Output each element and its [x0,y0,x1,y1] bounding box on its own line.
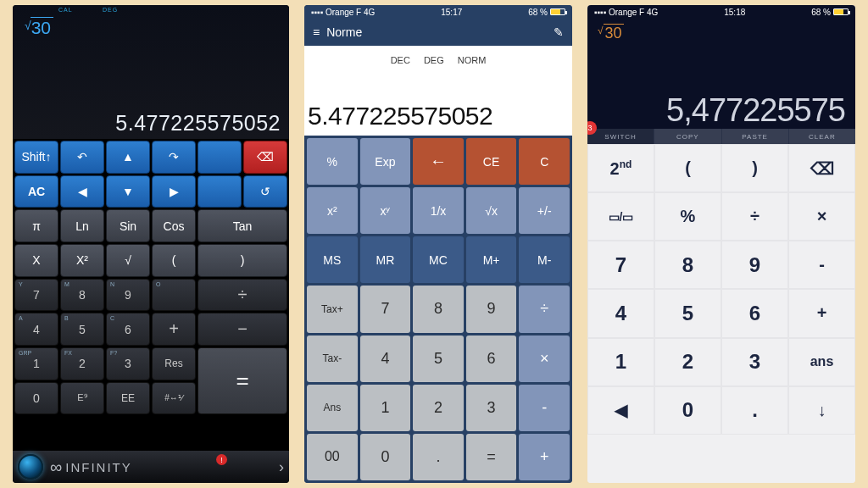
mplus-button[interactable]: M+ [466,236,517,283]
app-orb-icon[interactable] [18,454,43,480]
1-button[interactable]: GRP1 [14,347,58,380]
switch-button[interactable]: SWITCH [587,129,654,144]
1-button[interactable]: 1 [360,385,411,431]
ce-button[interactable]: CE [466,138,517,185]
redo-button[interactable]: ↷ [152,141,196,174]
ac-button[interactable]: AC [14,175,58,208]
sin-button[interactable]: Sin [106,209,150,242]
undo-button[interactable]: ↶ [60,141,104,174]
8-button[interactable]: 8 [654,241,721,289]
rparen-button[interactable]: ) [721,144,788,192]
sqrt-button[interactable]: √ [106,244,150,277]
blank-button[interactable] [198,141,242,174]
4-button[interactable]: 4 [587,289,654,337]
2nd-button[interactable]: 2nd [587,144,654,192]
pi-button[interactable]: π [14,209,58,242]
xsq-button[interactable]: x² [307,187,358,234]
mode-deg[interactable]: DEG [424,55,444,65]
equals-button[interactable]: = [198,347,287,414]
edit-icon[interactable]: ✎ [554,25,564,39]
c-button[interactable]: C [519,138,570,185]
cos-button[interactable]: Cos [152,209,196,242]
equals-button[interactable]: = [466,434,517,480]
0-button[interactable]: 0 [14,382,58,415]
next-button[interactable]: › [279,458,284,476]
plus-button[interactable]: + [788,289,855,337]
e9-button[interactable]: E⁹ [60,382,104,415]
sign-button[interactable]: +/- [519,187,570,234]
minus-button[interactable]: − [198,313,287,346]
1-button[interactable]: 1 [587,338,654,386]
9-button[interactable]: 9 [721,241,788,289]
mminus-button[interactable]: M- [519,236,570,283]
mc-button[interactable]: MC [413,236,464,283]
toggle-button[interactable]: #↔⅟ [152,382,196,415]
rparen-button[interactable]: ) [198,244,287,277]
mr-button[interactable]: MR [360,236,411,283]
5-button[interactable]: B5 [60,313,104,346]
paste-button[interactable]: PASTE [722,129,788,144]
2-button[interactable]: 2 [654,338,721,386]
lparen-button[interactable]: ( [654,144,721,192]
fraction-button[interactable]: ▭/▭ [587,192,654,241]
8-button[interactable]: M8 [60,279,104,312]
7-button[interactable]: 7 [587,241,654,289]
4-button[interactable]: 4 [360,336,411,382]
mode-dec[interactable]: DEC [391,55,410,65]
backspace-button[interactable]: ⌫ [243,141,287,174]
6-button[interactable]: 6 [721,289,788,337]
right-button[interactable]: ▶ [152,175,196,208]
ans-button[interactable]: ans [788,338,855,386]
5-button[interactable]: 5 [654,289,721,337]
backspace-button[interactable]: ← [413,138,464,185]
multiply-button[interactable]: × [788,192,855,241]
xsq-button[interactable]: X² [60,244,104,277]
lparen-button[interactable]: ( [152,244,196,277]
ans-button[interactable]: Ans [307,385,358,431]
plus-button[interactable]: + [519,434,570,480]
dot-button[interactable]: . [413,434,464,480]
left-button[interactable]: ◀ [587,386,654,435]
down-button[interactable]: ↓ [788,386,855,435]
plus-button[interactable]: + [152,313,196,346]
tan-button[interactable]: Tan [198,209,287,242]
9-button[interactable]: 9 [466,286,517,332]
00-button[interactable]: 00 [307,434,358,480]
down-button[interactable]: ▼ [106,175,150,208]
divide-button[interactable]: ÷ [721,192,788,241]
exp-button[interactable]: Exp [360,138,411,185]
taxplus-button[interactable]: Tax+ [307,286,358,332]
menu-icon[interactable]: ≡ [313,25,320,39]
blank2-button[interactable] [198,175,242,208]
2-button[interactable]: 2 [413,385,464,431]
3-button[interactable]: F?3 [106,347,150,380]
xy-button[interactable]: xʸ [360,187,411,234]
ln-button[interactable]: Ln [60,209,104,242]
inv-button[interactable]: 1/x [413,187,464,234]
res-button[interactable]: Res [152,347,196,380]
clear-button[interactable]: CLEAR [789,129,855,144]
dot-button[interactable]: . [721,386,788,435]
8-button[interactable]: 8 [413,286,464,332]
0-button[interactable]: 0 [654,386,721,435]
backspace-button[interactable]: ⌫ [788,144,855,192]
percent-button[interactable]: % [654,192,721,241]
2-button[interactable]: FX2 [60,347,104,380]
mode-norm[interactable]: NORM [458,55,487,65]
divide-button[interactable]: ÷ [519,286,570,332]
0-button[interactable]: 0 [360,434,411,480]
copy-button[interactable]: COPY [654,129,721,144]
minus-button[interactable]: - [519,385,570,431]
5-button[interactable]: 5 [413,336,464,382]
3-button[interactable]: 3 [466,385,517,431]
sqrt-button[interactable]: √x [466,187,517,234]
6-button[interactable]: C6 [106,313,150,346]
3-button[interactable]: 3 [721,338,788,386]
percent-button[interactable]: % [307,138,358,185]
left-button[interactable]: ◀ [60,175,104,208]
shift-button[interactable]: Shift↑ [14,141,58,174]
6-button[interactable]: 6 [466,336,517,382]
7-button[interactable]: Y7 [14,279,58,312]
history-button[interactable]: ↺ [243,175,287,208]
ms-button[interactable]: MS [307,236,358,283]
